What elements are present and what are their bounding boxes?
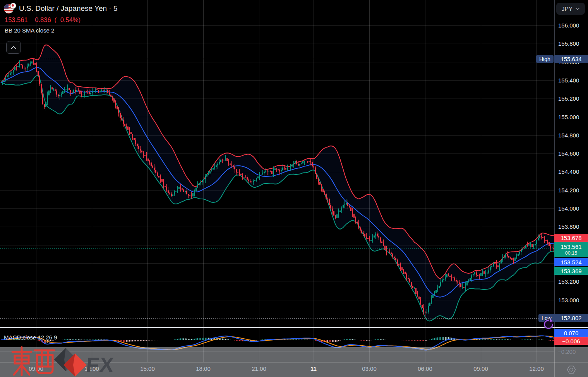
price-tick: 154.800 [558,132,579,139]
bb-basis-value: 153.524 [561,259,581,266]
price-tick: 155.400 [558,77,579,84]
price-tick: 156.000 [558,22,579,29]
trading-chart-app: 156.000155.800155.600155.400155.200155.0… [0,0,588,377]
low-value: 152.802 [561,315,581,321]
last-price-value: 153.561 [561,243,581,250]
high-value-badge: 155.634 [554,55,588,63]
price-tick: 153.200 [558,279,579,285]
low-value-badge: 152.802 [554,314,588,322]
replay-icon[interactable] [543,319,554,332]
bb-upper-badge: 153.678 [554,234,588,242]
price-tick: 154.200 [558,187,579,194]
currency-label: JPY [562,5,573,12]
macd-hist-badge: −0.006 [554,337,588,345]
bb-basis-badge: 153.524 [554,258,588,266]
price-axis[interactable]: 156.000155.800155.600155.400155.200155.0… [554,0,588,347]
price-tick: 155.200 [558,96,579,102]
bb-lower-value: 153.369 [561,268,581,274]
last-price-badge: 153.561 00:15 [554,242,588,257]
price-tick: 154.400 [558,169,579,175]
currency-dropdown[interactable]: JPY [556,3,585,15]
macd-hist-value: −0.006 [562,338,580,344]
bb-upper-value: 153.678 [561,235,581,241]
macd-axis-tick: −0.200 [558,348,576,355]
high-value: 155.634 [561,56,581,62]
price-tick: 153.800 [558,224,579,230]
macd-indicator-label[interactable]: MACD close 12 26 9 [4,334,57,341]
bb-lower-badge: 153.369 [554,267,588,275]
price-tick: 155.000 [558,114,579,120]
high-label-pill: High [536,55,554,63]
bar-countdown: 00:15 [565,250,577,256]
pane-separator-handle[interactable] [0,327,588,328]
price-chart-canvas[interactable] [0,0,588,377]
chevron-up-icon [11,46,16,49]
price-tick: 154.600 [558,151,579,157]
high-label: High [539,56,550,62]
price-tick: 154.000 [558,206,579,212]
price-tick: 153.000 [558,297,579,303]
chevron-down-icon [576,8,579,10]
macd-value-badge: 0.070 [554,329,588,337]
macd-value: 0.070 [564,330,579,336]
price-tick: 155.800 [558,41,579,47]
collapse-legend-button[interactable] [6,41,21,54]
gear-icon[interactable] [567,365,576,376]
usdjpy-pair-flag-icon [4,3,16,14]
japan-flag-icon [10,3,16,9]
